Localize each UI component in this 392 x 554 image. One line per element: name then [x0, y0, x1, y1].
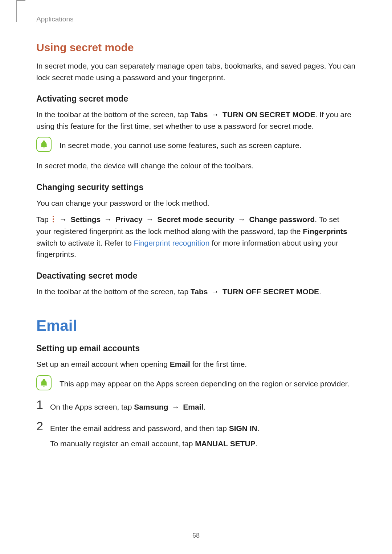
note-email: This app may appear on the Apps screen d… [36, 375, 356, 390]
email-label: Email [183, 403, 203, 411]
heading-activating-secret-mode: Activating secret mode [36, 94, 356, 104]
step-2: 2 Enter the email address and password, … [36, 420, 356, 449]
note-text: This app may appear on the Apps screen d… [60, 375, 350, 390]
svg-point-0 [53, 216, 54, 217]
settings-label: Settings [70, 215, 101, 223]
text: . [256, 439, 258, 448]
bell-icon [39, 140, 49, 149]
cp-label: Change password [249, 215, 315, 223]
samsung-label: Samsung [134, 403, 168, 411]
bell-icon [39, 378, 49, 387]
text: Tap [36, 215, 51, 223]
heading-email: Email [36, 317, 356, 335]
step-content: Enter the email address and password, an… [50, 420, 260, 449]
text: In the toolbar at the bottom of the scre… [36, 110, 191, 119]
deactivating-text: In the toolbar at the bottom of the scre… [36, 286, 356, 297]
signin-label: SIGN IN [229, 424, 257, 432]
action-label: TURN OFF SECRET MODE [222, 287, 319, 296]
text: switch to activate it. Refer to [36, 239, 134, 247]
arrow-icon: → [102, 215, 114, 223]
heading-setting-up-email: Setting up email accounts [36, 344, 356, 353]
changing-steps: Tap → Settings → Privacy → Secret mode s… [36, 214, 356, 260]
more-options-icon [52, 214, 55, 226]
text: To manually register an email account, t… [50, 439, 195, 448]
note-bell-icon [36, 375, 52, 390]
arrow-icon: → [209, 110, 221, 119]
changing-intro: You can change your password or the lock… [36, 197, 356, 209]
sms-label: Secret mode security [157, 215, 234, 223]
text: . [257, 424, 260, 432]
action-label: TURN ON SECRET MODE [222, 110, 315, 119]
tabs-label: Tabs [191, 110, 208, 119]
note-bell-icon [36, 137, 52, 152]
text: Set up an email account when opening [36, 360, 170, 368]
fingerprints-label: Fingerprints [303, 227, 347, 235]
heading-using-secret-mode: Using secret mode [36, 41, 356, 54]
email-setup-intro: Set up an email account when opening Ema… [36, 358, 356, 370]
arrow-icon: → [170, 403, 182, 411]
text: for the first time. [190, 360, 247, 368]
note-activating: In secret mode, you cannot use some feat… [36, 137, 356, 152]
text: On the Apps screen, tap [50, 403, 134, 411]
page-corner-mark [16, 0, 17, 22]
text: . [203, 403, 205, 411]
svg-point-2 [53, 221, 54, 222]
text: Enter the email address and password, an… [50, 424, 229, 432]
text: . [319, 287, 321, 296]
heading-changing-security: Changing security settings [36, 182, 356, 192]
arrow-icon: → [209, 287, 221, 296]
text: In the toolbar at the bottom of the scre… [36, 287, 191, 296]
note-text: In secret mode, you cannot use some feat… [60, 137, 302, 151]
activating-after-note: In secret mode, the device will change t… [36, 160, 356, 172]
activating-text: In the toolbar at the bottom of the scre… [36, 109, 356, 132]
header-section-label: Applications [36, 15, 356, 23]
step-1: 1 On the Apps screen, tap Samsung → Emai… [36, 398, 356, 413]
heading-deactivating-secret-mode: Deactivating secret mode [36, 271, 356, 281]
arrow-icon: → [57, 215, 69, 223]
privacy-label: Privacy [115, 215, 143, 223]
tabs-label: Tabs [191, 287, 208, 296]
step-number: 1 [36, 398, 50, 411]
manual-label: MANUAL SETUP [195, 439, 255, 448]
fingerprint-recognition-link[interactable]: Fingerprint recognition [134, 239, 209, 247]
email-bold: Email [170, 360, 190, 368]
secret-mode-intro: In secret mode, you can separately manag… [36, 60, 356, 83]
step-number: 2 [36, 420, 50, 432]
svg-point-1 [53, 218, 54, 220]
arrow-icon: → [144, 215, 156, 223]
arrow-icon: → [236, 215, 248, 223]
step-content: On the Apps screen, tap Samsung → Email. [50, 398, 205, 413]
page-number: 68 [0, 532, 392, 539]
